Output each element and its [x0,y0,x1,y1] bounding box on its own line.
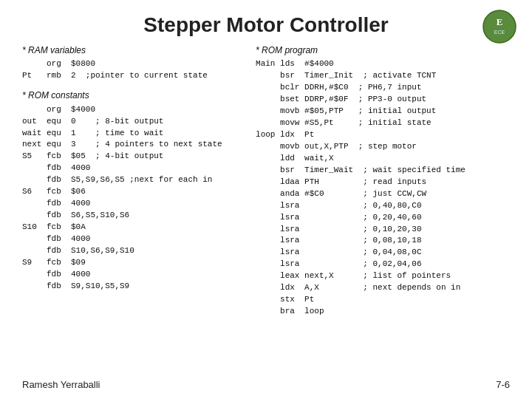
svg-text:ECE: ECE [494,30,505,35]
rom-code-block: Main lds #$4000 bsr Timer_Init ; activat… [256,58,510,318]
author-name: Ramesh Yerraballi [22,379,100,390]
right-column: * ROM program Main lds #$4000 bsr Timer_… [256,44,510,318]
page-title: Stepper Motor Controller [0,0,532,44]
rom-const-code-block: org $4000 out equ 0 ; 8-bit output wait … [22,104,256,293]
main-content: * RAM variables org $0800 Pt rmb 2 ;poin… [0,44,532,318]
rom-const-section-title: * ROM constants [22,89,256,102]
svg-text:E: E [497,16,503,27]
rom-section-title: * ROM program [256,44,510,57]
ram-code-block: org $0800 Pt rmb 2 ;pointer to current s… [22,58,256,82]
ram-section-title: * RAM variables [22,44,256,57]
logo: E ECE [482,9,517,44]
footer: Ramesh Yerraballi 7-6 [0,379,532,390]
left-column: * RAM variables org $0800 Pt rmb 2 ;poin… [22,44,256,318]
page-number: 7-6 [496,379,510,390]
